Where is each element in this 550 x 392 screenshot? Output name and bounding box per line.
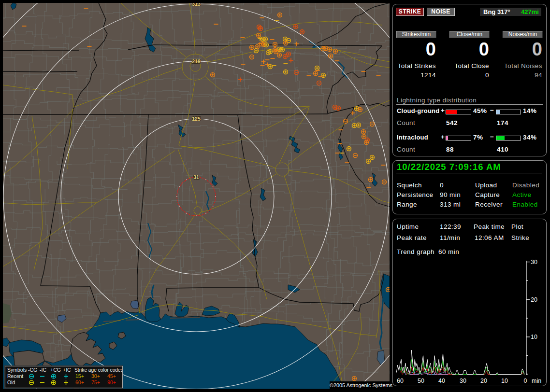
svg-text:-IC: -IC (40, 367, 46, 373)
svg-text:Strike age color codes: Strike age color codes (74, 367, 122, 373)
svg-text:313: 313 (192, 3, 201, 7)
svg-text:31: 31 (193, 174, 199, 180)
svg-text:20: 20 (531, 296, 537, 303)
svg-text:10: 10 (531, 334, 537, 340)
svg-text:90+: 90+ (107, 379, 116, 385)
svg-text:min: min (532, 378, 541, 384)
svg-text:Recent: Recent (7, 373, 23, 379)
svg-text:45+: 45+ (107, 373, 116, 379)
svg-text:20: 20 (480, 378, 487, 384)
svg-text:15+: 15+ (75, 373, 84, 379)
svg-text:75+: 75+ (91, 379, 100, 385)
svg-text:40: 40 (438, 378, 445, 384)
svg-text:30+: 30+ (91, 373, 100, 379)
svg-text:60+: 60+ (75, 379, 84, 385)
svg-text:+IC: +IC (63, 367, 71, 373)
svg-text:Old: Old (7, 379, 15, 385)
svg-text:50: 50 (418, 378, 424, 384)
svg-text:125: 125 (192, 116, 201, 122)
svg-text:219: 219 (192, 58, 201, 64)
svg-text:-CG: -CG (28, 367, 37, 373)
svg-text:60: 60 (397, 378, 404, 384)
svg-text:Symbols: Symbols (7, 367, 27, 373)
svg-text:0: 0 (524, 378, 527, 384)
svg-text:10: 10 (501, 378, 508, 384)
svg-text:+CG: +CG (50, 367, 61, 373)
svg-text:30: 30 (460, 378, 466, 384)
svg-text:30: 30 (531, 259, 537, 266)
